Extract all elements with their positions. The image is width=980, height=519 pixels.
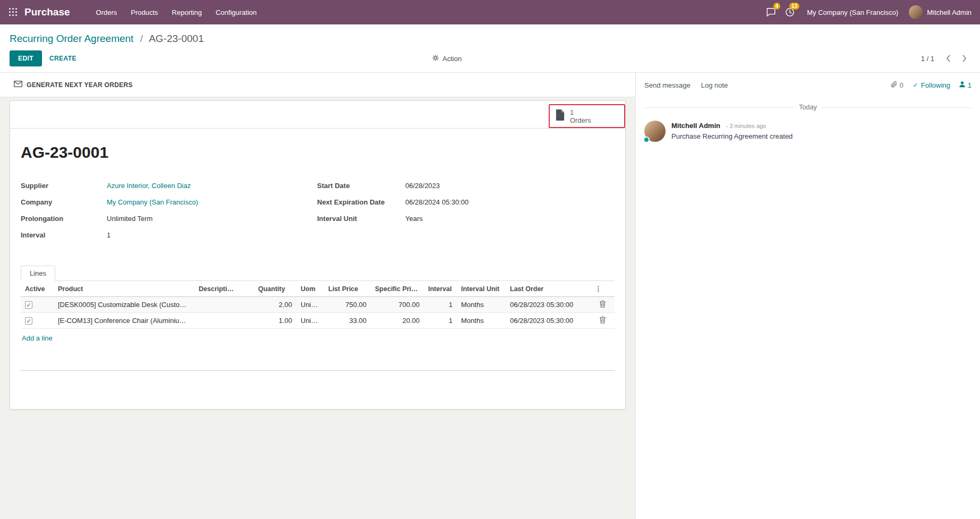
- cell-last-order[interactable]: 06/28/2023 05:30:00: [506, 297, 591, 313]
- checkbox-check-icon: ✓: [26, 302, 31, 308]
- header-list-price[interactable]: List Price: [324, 281, 371, 297]
- table-row[interactable]: ✓ [E-COM13] Conference Chair (Aluminiu… …: [21, 313, 615, 329]
- lines-header-row: Active Product Descripti… Quantity Uom L…: [21, 281, 615, 297]
- following-button[interactable]: ✓ Following: [913, 81, 950, 89]
- menu-orders[interactable]: Orders: [89, 0, 124, 24]
- field-company: Company My Company (San Francisco): [21, 197, 317, 207]
- delete-row-button[interactable]: [591, 297, 615, 313]
- online-status-dot: [643, 137, 650, 143]
- field-prolongation: Prolongation Unlimited Term: [21, 214, 317, 224]
- header-interval[interactable]: Interval: [424, 281, 457, 297]
- company-switcher[interactable]: My Company (San Francisco): [799, 8, 906, 16]
- top-navbar: Purchase Orders Products Reporting Confi…: [0, 0, 980, 24]
- orders-stat-text: 1 Orders: [570, 108, 591, 124]
- cell-product[interactable]: [E-COM13] Conference Chair (Aluminiu…: [54, 313, 194, 329]
- cell-description[interactable]: [194, 297, 254, 313]
- cell-specific-price[interactable]: 700.00: [371, 297, 424, 313]
- followers-count: 1: [968, 81, 972, 89]
- cell-list-price[interactable]: 33.00: [324, 313, 371, 329]
- interval-label: Interval: [21, 230, 107, 240]
- user-menu[interactable]: Mitchell Admin: [927, 8, 972, 16]
- menu-reporting[interactable]: Reporting: [165, 0, 209, 24]
- content: GENERATE NEXT YEAR ORDERS 1 Orders: [0, 73, 980, 519]
- edit-button[interactable]: EDIT: [10, 50, 42, 66]
- cell-specific-price[interactable]: 20.00: [371, 313, 424, 329]
- message-avatar: [644, 121, 666, 142]
- optional-columns-icon[interactable]: ⋮: [591, 281, 615, 297]
- breadcrumb-current: AG-23-0001: [149, 33, 204, 44]
- check-icon: ✓: [913, 81, 918, 89]
- header-product[interactable]: Product: [54, 281, 194, 297]
- orders-stat-button[interactable]: 1 Orders: [549, 104, 625, 128]
- sheet-inner: AG-23-0001 Supplier Azure Interior, Coll…: [10, 143, 625, 381]
- followers-button[interactable]: 1: [959, 81, 972, 89]
- breadcrumb-parent-link[interactable]: Recurring Order Agreement: [10, 33, 133, 44]
- user-avatar[interactable]: [909, 5, 923, 19]
- tab-lines[interactable]: Lines: [21, 266, 55, 281]
- cell-quantity[interactable]: 2.00: [254, 297, 296, 313]
- date-divider-label: Today: [799, 104, 816, 111]
- cell-uom[interactable]: Uni…: [296, 313, 324, 329]
- notebook: Lines Active Product: [21, 266, 615, 343]
- orders-count: 1: [570, 108, 591, 116]
- menu-products[interactable]: Products: [124, 0, 165, 24]
- header-quantity[interactable]: Quantity: [254, 281, 296, 297]
- app-name[interactable]: Purchase: [24, 6, 70, 18]
- log-note-button[interactable]: Log note: [701, 81, 728, 89]
- main-menu: Orders Products Reporting Configuration: [89, 0, 264, 24]
- add-a-line-link[interactable]: Add a line: [21, 334, 53, 342]
- menu-configuration[interactable]: Configuration: [209, 0, 263, 24]
- cell-interval-unit[interactable]: Months: [457, 313, 506, 329]
- chatter-message: Mitchell Admin - 3 minutes ago Purchase …: [636, 115, 980, 147]
- company-label: Company: [21, 197, 107, 207]
- messages-icon[interactable]: 4: [761, 0, 780, 24]
- field-start-date: Start Date 06/28/2023: [317, 181, 615, 191]
- create-button[interactable]: CREATE: [42, 51, 84, 66]
- message-body: Purchase Recurring Agreement created: [671, 132, 792, 140]
- button-box: 1 Orders: [10, 101, 625, 129]
- pager-previous-button[interactable]: [942, 52, 955, 65]
- cell-list-price[interactable]: 750.00: [324, 297, 371, 313]
- document-icon: [555, 109, 565, 123]
- attachments-button[interactable]: 0: [890, 80, 904, 90]
- message-author[interactable]: Mitchell Admin: [671, 122, 720, 130]
- activities-icon[interactable]: 13: [780, 0, 799, 24]
- send-message-button[interactable]: Send message: [644, 81, 691, 89]
- cell-uom[interactable]: Uni…: [296, 297, 324, 313]
- date-divider: Today: [644, 104, 972, 111]
- field-group-left: Supplier Azure Interior, Colleen Diaz Co…: [21, 181, 317, 246]
- delete-row-button[interactable]: [591, 313, 615, 329]
- cell-description[interactable]: [194, 313, 254, 329]
- next-expiration-label: Next Expiration Date: [317, 197, 405, 207]
- generate-next-year-orders-button[interactable]: GENERATE NEXT YEAR ORDERS: [10, 78, 137, 92]
- cell-quantity[interactable]: 1.00: [254, 313, 296, 329]
- cell-interval[interactable]: 1: [424, 297, 457, 313]
- control-panel: Recurring Order Agreement / AG-23-0001 E…: [0, 24, 980, 73]
- header-uom[interactable]: Uom: [296, 281, 324, 297]
- cell-interval-unit[interactable]: Months: [457, 297, 506, 313]
- breadcrumb: Recurring Order Agreement / AG-23-0001: [10, 32, 970, 46]
- messages-badge: 4: [773, 3, 781, 10]
- message-content: Mitchell Admin - 3 minutes ago Purchase …: [671, 121, 792, 142]
- header-specific-price[interactable]: Specific Pri…: [371, 281, 424, 297]
- apps-grid-icon[interactable]: [8, 7, 18, 17]
- supplier-value-link[interactable]: Azure Interior, Colleen Diaz: [107, 181, 191, 191]
- active-checkbox[interactable]: ✓: [25, 301, 32, 309]
- header-last-order[interactable]: Last Order: [506, 281, 591, 297]
- action-menu-button[interactable]: Action: [432, 54, 462, 63]
- header-interval-unit[interactable]: Interval Unit: [457, 281, 506, 297]
- pager-next-button[interactable]: [958, 52, 970, 65]
- form-view: GENERATE NEXT YEAR ORDERS 1 Orders: [0, 73, 635, 519]
- supplier-label: Supplier: [21, 181, 107, 191]
- field-groups: Supplier Azure Interior, Colleen Diaz Co…: [21, 181, 615, 246]
- cell-last-order[interactable]: 06/28/2023 05:30:00: [506, 313, 591, 329]
- active-checkbox[interactable]: ✓: [25, 317, 32, 325]
- interval-unit-label: Interval Unit: [317, 214, 405, 224]
- header-active[interactable]: Active: [21, 281, 54, 297]
- cell-product[interactable]: [DESK0005] Customizable Desk (Custo…: [54, 297, 194, 313]
- header-description[interactable]: Descripti…: [194, 281, 254, 297]
- field-next-expiration: Next Expiration Date 06/28/2024 05:30:00: [317, 197, 615, 207]
- cell-interval[interactable]: 1: [424, 313, 457, 329]
- table-row[interactable]: ✓ [DESK0005] Customizable Desk (Custo… 2…: [21, 297, 615, 313]
- company-value-link[interactable]: My Company (San Francisco): [107, 197, 198, 207]
